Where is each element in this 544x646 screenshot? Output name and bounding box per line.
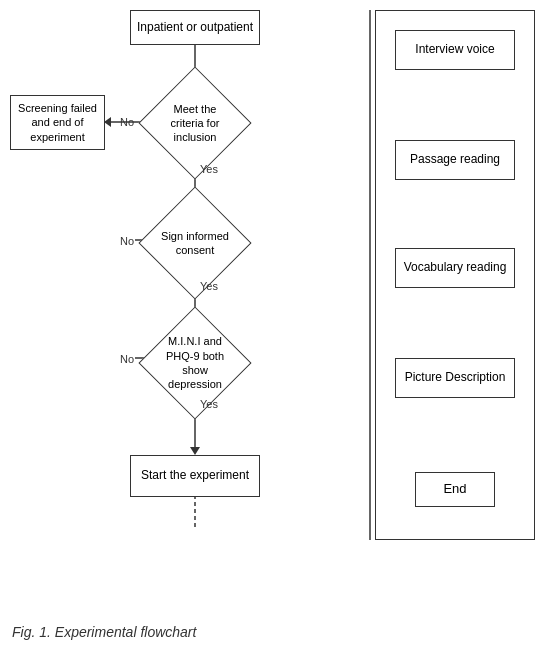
picture-description-box: Picture Description xyxy=(395,358,515,398)
interview-voice-box: Interview voice xyxy=(395,30,515,70)
svg-marker-10 xyxy=(190,447,200,455)
flowchart-diagram: Inpatient or outpatient Meet the criteri… xyxy=(0,0,544,600)
svg-marker-5 xyxy=(104,117,111,127)
yes1-label: Yes xyxy=(200,163,218,175)
screening-failed-box: Screening failed and end of experiment xyxy=(10,95,105,150)
figure-caption: Fig. 1. Experimental flowchart xyxy=(12,624,196,640)
yes3-label: Yes xyxy=(200,398,218,410)
no1-label: No xyxy=(120,116,134,128)
no3-label: No xyxy=(120,353,134,365)
passage-reading-box: Passage reading xyxy=(395,140,515,180)
yes2-label: Yes xyxy=(200,280,218,292)
mini-phq-diamond: M.I.N.I and PHQ-9 both show depression xyxy=(145,322,245,404)
no2-label: No xyxy=(120,235,134,247)
inpatient-box: Inpatient or outpatient xyxy=(130,10,260,45)
meet-criteria-diamond: Meet the criteria for inclusion xyxy=(145,82,245,164)
vocabulary-reading-box: Vocabulary reading xyxy=(395,248,515,288)
sign-consent-diamond: Sign informed consent xyxy=(145,202,245,284)
end-box: End xyxy=(415,472,495,507)
start-experiment-box: Start the experiment xyxy=(130,455,260,497)
